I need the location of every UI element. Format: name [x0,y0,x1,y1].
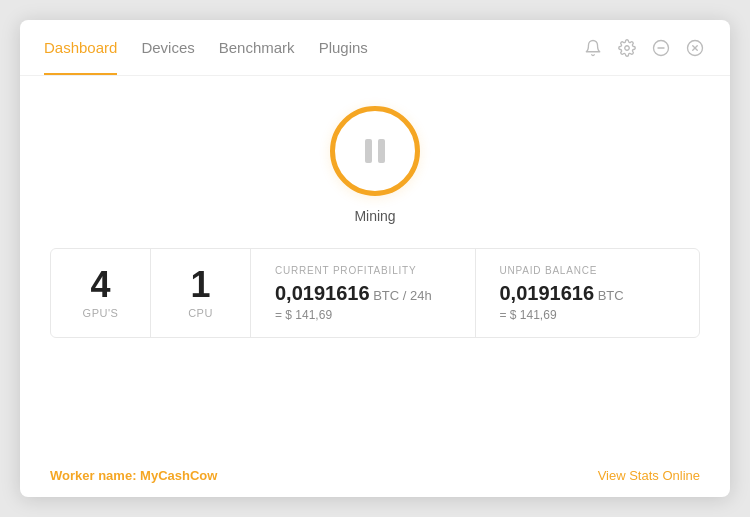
cpu-count: 1 [190,267,210,303]
profitability-value: 0,0191616 BTC / 24h [275,282,432,305]
nav: Dashboard Devices Benchmark Plugins [44,20,368,75]
nav-item-dashboard[interactable]: Dashboard [44,20,117,75]
mining-area: Mining [330,106,420,224]
nav-item-devices[interactable]: Devices [141,20,194,75]
footer: Worker name: MyCashCow View Stats Online [20,454,730,497]
bell-icon[interactable] [582,37,604,59]
balance-stat: UNPAID BALANCE 0,0191616 BTC = $ 141,69 [476,249,700,337]
cpu-stat: 1 CPU [151,249,251,337]
gear-icon[interactable] [616,37,638,59]
header: Dashboard Devices Benchmark Plugins [20,20,730,76]
profitability-sub: = $ 141,69 [275,308,332,322]
header-icons [582,37,706,59]
profitability-title: CURRENT PROFITABILITY [275,265,416,276]
pause-icon [365,139,385,163]
balance-value: 0,0191616 BTC [500,282,624,305]
worker-name-value: MyCashCow [140,468,217,483]
close-icon[interactable] [684,37,706,59]
gpu-count: 4 [90,267,110,303]
minimize-icon[interactable] [650,37,672,59]
balance-title: UNPAID BALANCE [500,265,598,276]
nav-item-benchmark[interactable]: Benchmark [219,20,295,75]
app-window: Dashboard Devices Benchmark Plugins [20,20,730,497]
pause-button[interactable] [330,106,420,196]
stats-card: 4 GPU'S 1 CPU CURRENT PROFITABILITY 0,01… [50,248,700,338]
cpu-label: CPU [188,307,213,319]
gpu-label: GPU'S [83,307,119,319]
nav-item-plugins[interactable]: Plugins [319,20,368,75]
worker-name: Worker name: MyCashCow [50,468,217,483]
gpu-stat: 4 GPU'S [51,249,151,337]
svg-point-0 [625,45,630,50]
mining-label: Mining [354,208,395,224]
profitability-stat: CURRENT PROFITABILITY 0,0191616 BTC / 24… [251,249,476,337]
balance-sub: = $ 141,69 [500,308,557,322]
view-stats-button[interactable]: View Stats Online [598,468,700,483]
main-content: Mining 4 GPU'S 1 CPU CURRENT PROFITABILI… [20,76,730,454]
